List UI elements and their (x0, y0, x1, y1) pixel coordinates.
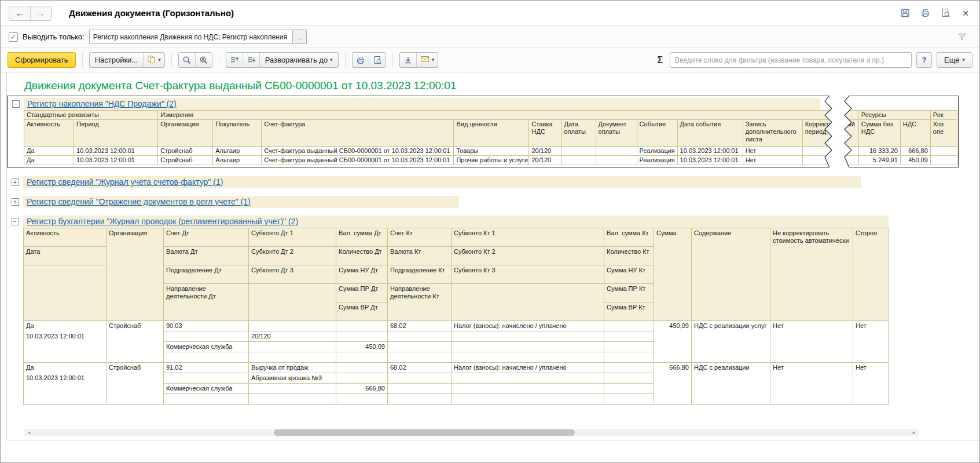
cell[interactable] (388, 373, 451, 384)
cell[interactable] (930, 147, 957, 156)
cell[interactable] (604, 363, 654, 373)
cell[interactable] (336, 394, 387, 404)
preview-icon[interactable] (939, 8, 951, 19)
cell[interactable]: Стройснаб (107, 321, 163, 331)
cell[interactable] (452, 373, 604, 384)
cell[interactable]: Альтаир (213, 156, 262, 165)
cell[interactable] (164, 373, 248, 384)
cell[interactable] (388, 394, 451, 404)
save-result-icon[interactable] (400, 53, 416, 67)
cell[interactable] (802, 147, 858, 156)
send-email-button[interactable]: ▾ (416, 53, 438, 67)
cell[interactable] (452, 352, 604, 363)
cell[interactable]: 68.02 (388, 321, 451, 331)
cell[interactable]: 10.03.2023 12:00:01 (24, 331, 106, 342)
cell[interactable] (802, 156, 858, 165)
expand-toggle[interactable]: + (12, 178, 19, 186)
cell[interactable]: Нет (853, 321, 888, 331)
cell[interactable] (604, 342, 654, 352)
cell[interactable]: 450,09 (654, 321, 691, 331)
collapse-toggle[interactable]: − (12, 100, 20, 108)
cell[interactable]: 666,80 (336, 384, 387, 394)
cell[interactable]: Счет-фактура выданный СБ00-0000001 от 10… (262, 156, 454, 165)
generate-button[interactable]: Сформировать (8, 52, 76, 68)
cell[interactable]: 450,09 (336, 342, 387, 352)
expand-toggle[interactable]: + (12, 198, 19, 206)
scroll-left-icon[interactable]: ◄ (24, 429, 34, 436)
cell[interactable]: Налог (взносы): начислено / уплачено (452, 363, 604, 373)
collapse-groups-icon[interactable] (226, 53, 243, 67)
scrollbar-track[interactable] (34, 429, 909, 436)
cell[interactable] (336, 321, 387, 331)
register-link-vat-sales[interactable]: Регистр накопления "НДС Продажи" (2) (27, 99, 177, 108)
cell[interactable] (336, 363, 387, 373)
scrollbar-thumb[interactable] (274, 429, 575, 436)
cell[interactable]: Стройснаб (158, 147, 213, 156)
cell[interactable] (604, 384, 654, 394)
cell[interactable]: НДС с реализации (692, 363, 770, 373)
cell[interactable]: 10.03.2023 12:00:01 (74, 147, 158, 156)
cell[interactable]: 5 249,91 (858, 156, 900, 165)
cell[interactable] (388, 384, 451, 394)
cell[interactable]: Да (24, 321, 106, 331)
register-link-invoice-journal[interactable]: Регистр сведений "Журнал учета счетов-фа… (27, 177, 223, 187)
cell[interactable] (604, 321, 654, 331)
cell[interactable]: Да (24, 363, 106, 373)
save-icon[interactable] (899, 8, 911, 19)
cell[interactable]: Коммерческая служба (164, 342, 248, 352)
back-button[interactable]: ← (9, 6, 30, 20)
register-link-journal-entries[interactable]: Регистр бухгалтерии "Журнал проводок (ре… (27, 217, 298, 226)
quick-filter-input[interactable] (670, 52, 912, 68)
cell[interactable] (249, 384, 336, 394)
cell[interactable]: 10.03.2023 12:00:01 (677, 147, 743, 156)
expand-groups-icon[interactable] (243, 53, 259, 67)
cell[interactable] (452, 342, 604, 352)
settings-variants-button[interactable]: ▾ (143, 53, 164, 67)
cell[interactable] (604, 373, 654, 384)
cell[interactable] (596, 156, 637, 165)
cell[interactable] (930, 156, 957, 165)
cell[interactable] (388, 352, 451, 363)
cell[interactable]: Выручка от продаж (249, 363, 336, 373)
cell[interactable] (249, 394, 336, 404)
cell[interactable] (336, 373, 387, 384)
scroll-right-icon[interactable]: ► (909, 429, 919, 436)
cell[interactable]: Да (24, 156, 74, 165)
registers-filter-input[interactable] (89, 30, 293, 44)
cell[interactable] (249, 342, 336, 352)
cell[interactable]: Прочие работы и услуги (454, 156, 529, 165)
cell[interactable] (249, 321, 336, 331)
close-icon[interactable]: ✕ (960, 8, 971, 19)
cell[interactable] (596, 147, 637, 156)
cell[interactable]: 666,80 (654, 363, 691, 373)
cell[interactable] (164, 331, 248, 342)
cell[interactable]: Товары (454, 147, 529, 156)
cell[interactable] (452, 331, 604, 342)
cell[interactable]: 450,09 (900, 156, 930, 165)
search-icon[interactable] (179, 53, 195, 67)
cell[interactable]: Да (24, 147, 74, 156)
cell[interactable] (604, 352, 654, 363)
cell[interactable] (604, 331, 654, 342)
cell[interactable]: 10.03.2023 12:00:01 (24, 373, 106, 384)
settings-button[interactable]: Настройки... (90, 53, 144, 67)
cell[interactable] (164, 394, 248, 404)
cell[interactable] (249, 352, 336, 363)
cell[interactable] (336, 352, 387, 363)
register-link-reflection[interactable]: Регистр сведений "Отражение документов в… (27, 197, 251, 206)
show-only-checkbox[interactable]: ✓ (9, 32, 18, 42)
cell[interactable]: Нет (743, 147, 802, 156)
cell[interactable]: 20/120 (529, 156, 561, 165)
cell[interactable]: 90.03 (164, 321, 248, 331)
cell[interactable] (388, 342, 451, 352)
cell[interactable] (561, 147, 596, 156)
more-button[interactable]: Еще ▾ (937, 52, 972, 68)
cell[interactable]: 91.02 (164, 363, 248, 373)
print-preview-icon[interactable] (369, 53, 386, 67)
cell[interactable]: Нет (853, 363, 888, 373)
cell[interactable]: Стройснаб (158, 156, 213, 165)
cell[interactable]: Стройснаб (107, 363, 163, 373)
cell[interactable]: Реализация (637, 156, 677, 165)
cell[interactable]: Нет (743, 156, 802, 165)
cell[interactable]: 20/120 (249, 331, 336, 342)
